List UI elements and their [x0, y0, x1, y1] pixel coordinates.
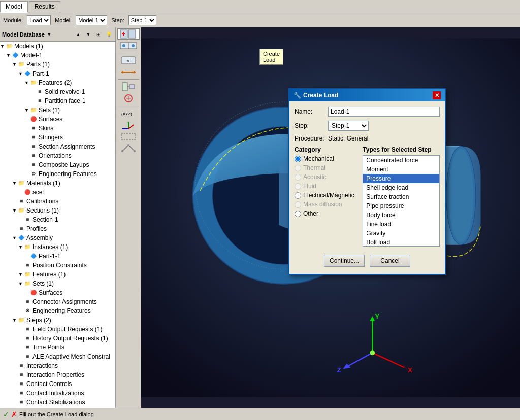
tree-node-models[interactable]: ▼ 📁 Models (1) [0, 42, 115, 51]
tree-node-features-asm[interactable]: ▼ 📁 Features (1) [0, 270, 115, 279]
radio-mechanical[interactable]: Mechanical [295, 155, 359, 162]
tree-node-interactions[interactable]: ◾ Interactions [0, 361, 115, 370]
tree-node-section1[interactable]: ◾ Section-1 [0, 215, 115, 224]
tree-node-constraints[interactable]: ◾ Constraints [0, 407, 115, 408]
type-item-pipe-pressure[interactable]: Pipe pressure [363, 201, 439, 211]
tree-node-composite-layups[interactable]: ◾ Composite Layups [0, 160, 115, 169]
type-item-body-force[interactable]: Body force [363, 211, 439, 220]
icon-btn-9[interactable] [117, 143, 140, 154]
icon-btn-4[interactable] [117, 66, 140, 78]
tree-node-part1[interactable]: ▼ 🔷 Part-1 [0, 69, 115, 78]
tree-node-partition-face[interactable]: ◾ Partition face-1 [0, 96, 115, 106]
cancel-button[interactable]: Cancel [370, 255, 410, 267]
type-item-concentrated-force[interactable]: Concentrated force [363, 156, 439, 165]
type-item-pressure[interactable]: Pressure [363, 174, 439, 183]
type-item-bolt-load[interactable]: Bolt load [363, 238, 439, 247]
tree-node-steps[interactable]: ▼ 📁 Steps (2) [0, 316, 115, 325]
tree-label: Models (1) [14, 43, 43, 50]
svg-point-25 [134, 150, 136, 152]
tree-node-profiles[interactable]: ◾ Profiles [0, 224, 115, 233]
radio-other-input[interactable] [295, 211, 301, 217]
step-select[interactable]: Step-1 [128, 15, 156, 25]
tree-node-eng-features-part[interactable]: ⚙ Engineering Features [0, 169, 115, 179]
tree-node-stringers[interactable]: ◾ Stringers [0, 133, 115, 142]
tree-btn-3[interactable]: ⊞ [94, 30, 103, 39]
icon-btn-2[interactable] [117, 40, 140, 51]
tree-node-instances[interactable]: ▼ 📁 Instances (1) [0, 242, 115, 252]
tree-node-solid-revolve[interactable]: ◾ Solid revolve-1 [0, 87, 115, 96]
tree-icon: 🔷 [29, 252, 38, 260]
tree-node-connector-assign[interactable]: ◾ Connector Assignments [0, 297, 115, 306]
type-item-line-load[interactable]: Line load [363, 220, 439, 229]
tree-label: Instances (1) [32, 243, 68, 251]
tree-node-orientations[interactable]: ◾ Orientations [0, 151, 115, 160]
type-item-gravity[interactable]: Gravity [363, 229, 439, 238]
tree-label: Skins [39, 125, 53, 132]
tree-node-sets-asm[interactable]: ▼ 📁 Sets (1) [0, 279, 115, 288]
svg-text:(XYZ): (XYZ) [121, 112, 132, 116]
tree-node-ale-adaptive[interactable]: ◾ ALE Adaptive Mesh Constrai [0, 352, 115, 361]
model-select[interactable]: Model-1 [76, 15, 107, 25]
tree-node-contact-init[interactable]: ◾ Contact Initializations [0, 389, 115, 398]
icon-btn-6[interactable] [117, 93, 140, 104]
continue-button[interactable]: Continue... [324, 255, 365, 267]
dialog-overlay: 🔧 Create Load ✕ Name: Step: S [141, 27, 520, 408]
icon-divider-1 [118, 53, 139, 53]
tree-icon: ◾ [23, 261, 31, 269]
name-input[interactable] [328, 107, 440, 117]
tree-node-time-points[interactable]: ◾ Time Points [0, 343, 115, 352]
tree-node-acel[interactable]: 🔴 acel [0, 188, 115, 197]
tree-icon: ◾ [23, 298, 31, 306]
icon-btn-xyz[interactable]: (XYZ) [117, 108, 140, 119]
tree-node-interaction-props[interactable]: ◾ Interaction Properties [0, 370, 115, 379]
tree-node-calibrations[interactable]: ◾ Calibrations [0, 197, 115, 206]
tree-btn-2[interactable]: ▼ [84, 30, 93, 39]
tree-node-sections[interactable]: ▼ 📁 Sections (1) [0, 206, 115, 215]
tree-node-materials[interactable]: ▼ 📁 Materials (1) [0, 179, 115, 188]
tree-icon: 📁 [23, 279, 31, 288]
tree-node-sets[interactable]: ▼ 📁 Sets (1) [0, 106, 115, 115]
tree-icon: 📁 [17, 206, 25, 215]
icon-btn-5[interactable] [117, 81, 140, 92]
tree-node-surfaces-asm[interactable]: 🔴 Surfaces [0, 288, 115, 297]
tree-node-parts[interactable]: ▼ 📁 Parts (1) [0, 60, 115, 69]
tree-icon: ◾ [23, 216, 31, 224]
tree-node-field-output[interactable]: ◾ Field Output Requests (1) [0, 325, 115, 334]
create-load-btn[interactable] [117, 28, 140, 40]
tree-node-eng-features-asm[interactable]: ⚙ Engineering Features [0, 306, 115, 316]
type-item-moment[interactable]: Moment [363, 165, 439, 174]
tree-icon: ◾ [23, 334, 31, 342]
type-item-surface-traction[interactable]: Surface traction [363, 192, 439, 201]
radio-electrical-input[interactable] [295, 192, 301, 199]
tree-btn-1[interactable]: ▲ [74, 30, 83, 39]
dialog-titlebar[interactable]: 🔧 Create Load ✕ [289, 89, 445, 101]
tree-node-history-output[interactable]: ◾ History Output Requests (1) [0, 334, 115, 343]
tree-toggle: ▼ [12, 181, 17, 186]
radio-other[interactable]: Other [295, 210, 359, 217]
step-select-dlg[interactable]: Step-1 [328, 121, 369, 131]
tree-node-position-constraints[interactable]: ◾ Position Constraints [0, 261, 115, 270]
tree-node-contact-stab[interactable]: ◾ Contact Stabilizations [0, 398, 115, 407]
svg-point-23 [121, 150, 123, 152]
tree-node-model1[interactable]: ▼ 🔷 Model-1 [0, 51, 115, 60]
radio-mechanical-input[interactable] [295, 156, 301, 162]
tree-node-contact-controls[interactable]: ◾ Contact Controls [0, 379, 115, 389]
radio-electrical[interactable]: Electrical/Magnetic [295, 192, 359, 199]
icon-btn-3[interactable]: BC [117, 55, 140, 66]
types-list[interactable]: Concentrated forceMomentPressureShell ed… [363, 155, 440, 247]
tree-label: Contact Controls [26, 380, 72, 388]
tree-node-skins[interactable]: ◾ Skins [0, 124, 115, 133]
tree-node-assembly[interactable]: ▼ 🔷 Assembly [0, 233, 115, 242]
dialog-close-button[interactable]: ✕ [433, 91, 441, 99]
icon-btn-axis[interactable] [117, 119, 140, 130]
icon-btn-8[interactable] [117, 131, 140, 142]
tree-node-part-1-1[interactable]: 🔷 Part-1-1 [0, 252, 115, 261]
tree-node-section-assign[interactable]: ◾ Section Assignments [0, 142, 115, 151]
tab-model[interactable]: Model [0, 1, 28, 13]
tree-node-surfaces[interactable]: 🔴 Surfaces [0, 115, 115, 124]
tree-btn-4[interactable]: 💡 [104, 30, 113, 39]
tab-results[interactable]: Results [29, 1, 60, 13]
module-select[interactable]: Load [27, 15, 51, 25]
type-item-shell-edge-load[interactable]: Shell edge load [363, 183, 439, 192]
tree-node-features[interactable]: ▼ 📁 Features (2) [0, 78, 115, 87]
